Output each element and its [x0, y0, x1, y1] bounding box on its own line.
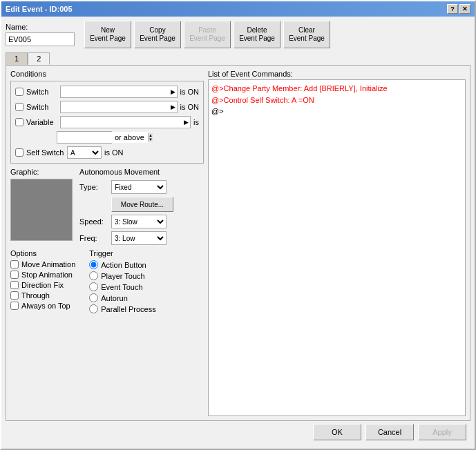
- autonomous-label: Autonomous Movement: [79, 168, 204, 176]
- move-animation-label: Move Animation: [21, 260, 75, 268]
- graphic-section: Graphic: Autonomous Movement Type: Fixed…: [10, 168, 204, 245]
- condition-variable-row: Variable ▶ is: [15, 116, 199, 128]
- variable-arrow-icon: ▶: [184, 119, 189, 126]
- apply-button[interactable]: Apply: [418, 424, 466, 440]
- main-window: Edit Event - ID:005 ? ✕ Name: NewEvent P…: [0, 0, 476, 450]
- or-above-row: ▲ ▼ or above: [57, 131, 199, 144]
- move-animation-checkbox[interactable]: [10, 260, 19, 268]
- help-button[interactable]: ?: [447, 4, 458, 14]
- autorun-label: Autorun: [101, 294, 128, 302]
- autorun-radio[interactable]: [89, 293, 98, 302]
- self-switch-select[interactable]: ABCD: [67, 146, 102, 159]
- autonomous-movement: Autonomous Movement Type: Fixed Random A…: [79, 168, 204, 245]
- event-cmd-1: @>Control Self Switch: A =ON: [211, 95, 462, 106]
- main-area: Conditions Switch ▶ is ON: [6, 65, 470, 421]
- close-button[interactable]: ✕: [459, 4, 470, 14]
- stop-animation-checkbox[interactable]: [10, 271, 19, 279]
- option-always-on-top: Always on Top: [10, 302, 75, 310]
- new-event-page-button[interactable]: NewEvent Page: [84, 21, 131, 48]
- action-button-radio[interactable]: [89, 260, 98, 269]
- variable-select-wrapper[interactable]: ▶: [60, 116, 191, 128]
- parallel-process-radio[interactable]: [89, 304, 98, 313]
- top-bar: Name: NewEvent Page CopyEvent Page Paste…: [6, 21, 470, 48]
- clear-event-page-button[interactable]: ClearEvent Page: [283, 21, 330, 48]
- footer: OK Cancel Apply: [6, 421, 470, 444]
- spin-arrows: ▲ ▼: [148, 133, 153, 141]
- direction-fix-label: Direction Fix: [21, 281, 64, 289]
- switch2-checkbox[interactable]: [15, 103, 23, 111]
- always-on-top-label: Always on Top: [21, 302, 70, 310]
- speed-select[interactable]: 1: Slowest 2: Slower 3: Slow 4: Fast 5: …: [111, 215, 166, 228]
- trigger-section: Trigger Action Button Player Touch: [89, 249, 155, 315]
- switch2-select-wrapper[interactable]: ▶: [60, 101, 178, 113]
- name-input[interactable]: [6, 32, 75, 46]
- player-touch-radio[interactable]: [89, 271, 98, 280]
- right-panel: List of Event Commands: @>Change Party M…: [208, 70, 466, 416]
- variable-label: Variable: [26, 118, 57, 126]
- parallel-process-label: Parallel Process: [101, 305, 155, 313]
- title-bar: Edit Event - ID:005 ? ✕: [1, 1, 475, 17]
- trigger-action-button: Action Button: [89, 260, 155, 269]
- action-button-label: Action Button: [101, 261, 146, 269]
- trigger-parallel-process: Parallel Process: [89, 304, 155, 313]
- option-through: Through: [10, 291, 75, 300]
- freq-label: Freq:: [79, 234, 107, 242]
- option-stop-animation: Stop Animation: [10, 271, 75, 279]
- left-panel: Conditions Switch ▶ is ON: [10, 70, 204, 416]
- always-on-top-checkbox[interactable]: [10, 302, 19, 310]
- option-direction-fix: Direction Fix: [10, 281, 75, 289]
- content-area: Name: NewEvent Page CopyEvent Page Paste…: [1, 17, 475, 449]
- freq-select[interactable]: 1: Lowest 2: Lower 3: Low 4: High 5: Hig…: [111, 231, 166, 245]
- self-switch-checkbox[interactable]: [15, 148, 23, 157]
- switch2-suffix: is ON: [180, 103, 200, 111]
- trigger-player-touch: Player Touch: [89, 271, 155, 280]
- self-switch-row: Self Switch ABCD is ON: [15, 146, 199, 159]
- conditions-label: Conditions: [10, 70, 204, 78]
- switch1-select-wrapper[interactable]: ▶: [60, 86, 178, 98]
- switch1-checkbox[interactable]: [15, 88, 23, 96]
- self-switch-suffix: is ON: [104, 148, 124, 157]
- graphic-box: Graphic:: [10, 168, 73, 245]
- switch1-suffix: is ON: [180, 88, 200, 96]
- two-column-layout: Conditions Switch ▶ is ON: [10, 70, 466, 416]
- copy-event-page-button[interactable]: CopyEvent Page: [134, 21, 181, 48]
- bottom-section: Options Move Animation Stop Animation: [10, 249, 204, 315]
- delete-event-page-button[interactable]: DeleteEvent Page: [234, 21, 280, 48]
- trigger-event-touch: Event Touch: [89, 282, 155, 291]
- option-move-animation: Move Animation: [10, 260, 75, 268]
- type-label: Type:: [79, 183, 107, 191]
- auto-type-row: Type: Fixed Random Approach Custom: [79, 180, 204, 194]
- options-label: Options: [10, 249, 75, 257]
- switch2-arrow-icon: ▶: [171, 104, 175, 110]
- through-label: Through: [21, 291, 50, 300]
- event-list[interactable]: @>Change Party Member: Add [BRIERLY], In…: [208, 79, 466, 416]
- event-touch-label: Event Touch: [101, 283, 142, 291]
- condition-switch1-row: Switch ▶ is ON: [15, 86, 199, 98]
- paste-event-page-button[interactable]: PasteEvent Page: [184, 21, 231, 48]
- ok-button[interactable]: OK: [313, 424, 361, 440]
- move-route-button[interactable]: Move Route...: [111, 197, 173, 212]
- through-checkbox[interactable]: [10, 291, 19, 300]
- auto-speed-row: Speed: 1: Slowest 2: Slower 3: Slow 4: F…: [79, 215, 204, 228]
- or-above-label: or above: [115, 133, 144, 141]
- or-above-spinner[interactable]: ▲ ▼: [57, 131, 112, 144]
- event-touch-radio[interactable]: [89, 282, 98, 291]
- tab-2[interactable]: 2: [28, 52, 50, 65]
- event-cmd-0: @>Change Party Member: Add [BRIERLY], In…: [211, 83, 462, 95]
- title-bar-buttons: ? ✕: [447, 4, 470, 14]
- spin-down-button[interactable]: ▼: [149, 137, 153, 141]
- event-list-label: List of Event Commands:: [208, 70, 466, 78]
- tab-1[interactable]: 1: [6, 52, 28, 65]
- direction-fix-checkbox[interactable]: [10, 281, 19, 289]
- variable-suffix: is: [193, 118, 199, 126]
- graphic-canvas[interactable]: [10, 179, 73, 241]
- trigger-autorun: Autorun: [89, 293, 155, 302]
- type-select[interactable]: Fixed Random Approach Custom: [111, 180, 166, 194]
- variable-checkbox[interactable]: [15, 118, 23, 126]
- auto-freq-row: Freq: 1: Lowest 2: Lower 3: Low 4: High …: [79, 231, 204, 245]
- cancel-button[interactable]: Cancel: [365, 424, 414, 440]
- name-section: Name:: [6, 23, 75, 46]
- switch1-label: Switch: [26, 88, 57, 96]
- condition-switch2-row: Switch ▶ is ON: [15, 101, 199, 113]
- trigger-label: Trigger: [89, 249, 155, 257]
